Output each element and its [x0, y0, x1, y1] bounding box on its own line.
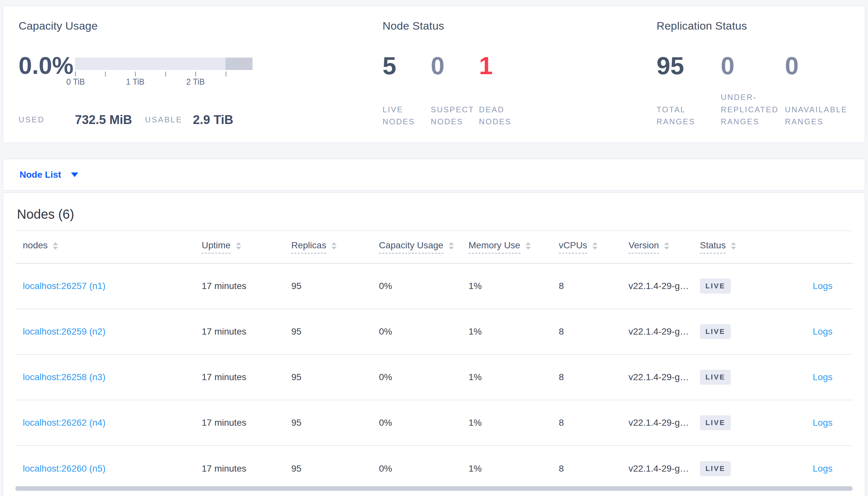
column-header[interactable]: Status: [700, 241, 784, 254]
column-header-label: Version: [629, 241, 659, 254]
node-link[interactable]: localhost:26257 (n1): [23, 281, 106, 291]
vcpus-cell: 8: [559, 463, 629, 474]
metric-value: 0: [785, 53, 849, 78]
memory-use-cell: 1%: [468, 372, 559, 383]
metric-value: 1: [479, 53, 527, 78]
sort-icon[interactable]: [449, 242, 454, 250]
capacity-usage-cell: 0%: [379, 418, 468, 428]
replication-metric: 95 TOTAL RANGES: [657, 53, 721, 128]
column-header[interactable]: Capacity Usage: [379, 241, 468, 254]
sort-icon[interactable]: [592, 242, 598, 250]
version-cell: v22.1.4-29-g…: [629, 418, 700, 428]
column-header-label: Status: [700, 241, 725, 254]
logs-link[interactable]: Logs: [813, 463, 833, 474]
uptime-cell: 17 minutes: [202, 281, 291, 291]
chevron-down-icon[interactable]: [71, 172, 78, 177]
next-row-cutoff-band: [15, 486, 853, 491]
node-status-metrics: 5 LIVE NODES 0 SUSPECT NODES 1 DEAD NODE…: [383, 53, 527, 128]
column-header-label: Capacity Usage: [379, 241, 444, 254]
uptime-cell: 17 minutes: [202, 372, 291, 383]
view-selector-dropdown[interactable]: Node List: [19, 170, 61, 180]
sort-icon[interactable]: [664, 242, 669, 250]
status-badge: LIVE: [700, 415, 731, 430]
status-badge: LIVE: [700, 324, 731, 339]
capacity-bar: [75, 58, 253, 70]
version-cell: v22.1.4-29-g…: [629, 372, 700, 383]
node-link[interactable]: localhost:26260 (n5): [23, 463, 106, 474]
replication-metric: 0 UNDER-REPLICATED RANGES: [721, 53, 785, 128]
table-row: localhost:26258 (n3) 17 minutes 95 0% 1%…: [15, 355, 853, 400]
replication-metric: 0 UNAVAILABLE RANGES: [785, 53, 849, 128]
metric-value: 0: [721, 53, 785, 78]
metric-label: SUSPECT NODES: [431, 104, 472, 128]
vcpus-cell: 8: [559, 281, 629, 291]
tick-label-1: 1 TiB: [126, 77, 145, 87]
node-link[interactable]: localhost:26258 (n3): [23, 372, 106, 382]
replicas-cell: 95: [291, 281, 379, 291]
replicas-cell: 95: [291, 326, 379, 337]
vcpus-cell: 8: [559, 418, 629, 428]
sort-icon[interactable]: [236, 242, 241, 250]
sort-icon[interactable]: [53, 242, 58, 250]
column-header[interactable]: Uptime: [202, 241, 291, 254]
version-cell: v22.1.4-29-g…: [629, 281, 700, 291]
vcpus-cell: 8: [559, 372, 629, 383]
metric-label: DEAD NODES: [479, 104, 520, 128]
node-link[interactable]: localhost:26259 (n2): [23, 326, 106, 337]
capacity-usage-cell: 0%: [379, 326, 468, 337]
table-row: localhost:26257 (n1) 17 minutes 95 0% 1%…: [15, 264, 853, 309]
memory-use-cell: 1%: [468, 326, 559, 337]
memory-use-cell: 1%: [468, 418, 559, 428]
node-status-metric: 0 SUSPECT NODES: [431, 53, 479, 128]
logs-link[interactable]: Logs: [813, 372, 833, 382]
uptime-cell: 17 minutes: [202, 463, 291, 474]
tick-label-2: 2 TiB: [186, 77, 205, 87]
metric-label: UNDER-REPLICATED RANGES: [721, 91, 778, 128]
replicas-cell: 95: [291, 372, 379, 383]
used-label: USED: [18, 115, 45, 124]
column-header-label: nodes: [23, 241, 48, 254]
column-header[interactable]: Version: [629, 241, 700, 254]
nodes-table-header: nodes Uptime Replicas Capacity Usage Mem…: [15, 231, 853, 264]
memory-use-cell: 1%: [468, 281, 559, 291]
uptime-cell: 17 minutes: [202, 418, 291, 428]
vcpus-cell: 8: [559, 326, 629, 337]
sort-icon[interactable]: [331, 242, 336, 250]
logs-link[interactable]: Logs: [813, 326, 833, 337]
column-header[interactable]: Replicas: [291, 241, 379, 254]
sort-icon[interactable]: [526, 242, 531, 250]
column-header-label: Memory Use: [468, 241, 520, 254]
replicas-cell: 95: [291, 463, 379, 474]
replication-status-metrics: 95 TOTAL RANGES 0 UNDER-REPLICATED RANGE…: [657, 53, 849, 128]
logs-link[interactable]: Logs: [813, 418, 833, 428]
memory-use-cell: 1%: [468, 463, 559, 474]
node-link[interactable]: localhost:26262 (n4): [23, 418, 106, 428]
nodes-table-body: localhost:26257 (n1) 17 minutes 95 0% 1%…: [15, 264, 853, 492]
table-row: localhost:26260 (n5) 17 minutes 95 0% 1%…: [15, 446, 853, 492]
table-row: localhost:26262 (n4) 17 minutes 95 0% 1%…: [15, 400, 853, 446]
version-cell: v22.1.4-29-g…: [629, 326, 700, 337]
metric-label: TOTAL RANGES: [657, 104, 714, 128]
column-header[interactable]: nodes: [23, 241, 202, 254]
column-header[interactable]: vCPUs: [559, 241, 629, 254]
sort-icon[interactable]: [731, 242, 736, 250]
table-row: localhost:26259 (n2) 17 minutes 95 0% 1%…: [15, 309, 853, 355]
cluster-summary-card: Capacity Usage 0.0% 0 TiB 1 TiB 2 TiB US…: [3, 5, 865, 143]
capacity-percent: 0.0%: [18, 54, 74, 78]
node-status-title: Node Status: [383, 19, 444, 32]
column-header-label: Replicas: [291, 241, 326, 254]
capacity-bar-reserved-segment: [225, 58, 253, 70]
column-header[interactable]: Memory Use: [468, 241, 559, 254]
metric-value: 5: [383, 53, 431, 78]
nodes-table-card: Nodes (6) nodes Uptime Replicas Capacity…: [3, 192, 865, 496]
capacity-usage-cell: 0%: [379, 281, 468, 291]
logs-link[interactable]: Logs: [813, 281, 833, 291]
nodes-heading: Nodes (6): [17, 205, 853, 223]
usable-label: USABLE: [145, 115, 182, 124]
tick-label-0: 0 TiB: [66, 77, 85, 87]
status-badge: LIVE: [700, 370, 731, 385]
column-header-label: Uptime: [202, 241, 231, 254]
metric-value: 0: [431, 53, 479, 78]
capacity-axis-ticks: [75, 72, 253, 77]
replication-status-title: Replication Status: [657, 19, 747, 32]
